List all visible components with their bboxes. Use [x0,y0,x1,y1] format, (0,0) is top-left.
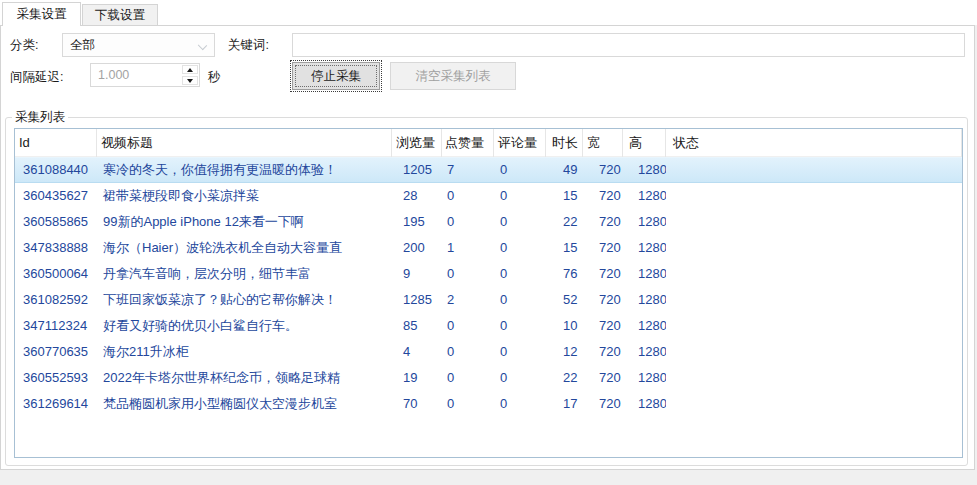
tab-collect-settings[interactable]: 采集设置 [2,2,81,26]
cell-width: 720 [583,313,623,339]
cell-duration: 15 [546,183,583,209]
table-row[interactable]: 360770635 海尔211升冰柜 4 0 0 12 720 1280 [15,339,962,365]
column-header-views[interactable]: 浏览量 [392,129,442,157]
cell-status [666,209,962,235]
table-row[interactable]: 347112324 好看又好骑的优贝小白鲨自行车。 85 0 0 10 720 … [15,313,962,339]
cell-id: 360585865 [15,209,97,235]
cell-id: 360770635 [15,339,97,365]
cell-id: 360552593 [15,365,97,391]
column-header-status[interactable]: 状态 [666,129,962,157]
cell-width: 720 [583,391,623,417]
table-row[interactable]: 361082592 下班回家饭菜凉了？贴心的它帮你解决！ 1285 2 0 52… [15,287,962,313]
cell-comments: 0 [494,287,546,313]
category-select[interactable]: 全部 [62,33,215,57]
cell-height: 1280 [623,261,666,287]
table-row[interactable]: 360585865 99新的Apple iPhone 12来看一下啊 195 0… [15,209,962,235]
cell-likes: 2 [442,287,494,313]
cell-id: 361088440 [15,158,97,182]
cell-id: 347112324 [15,313,97,339]
stop-collect-button[interactable]: 停止采集 [292,62,380,90]
tab-download-settings[interactable]: 下载设置 [82,4,158,25]
cell-title: 下班回家饭菜凉了？贴心的它帮你解决！ [97,287,392,313]
column-header-title[interactable]: 视频标题 [97,129,392,157]
spin-down-button[interactable] [182,76,198,85]
cell-views: 195 [392,209,442,235]
column-header-id[interactable]: Id [15,129,97,157]
cell-title: 梵品椭圆机家用小型椭圆仪太空漫步机室 [97,391,392,417]
cell-width: 720 [583,261,623,287]
table-row[interactable]: 360552593 2022年卡塔尔世界杯纪念币，领略足球精 19 0 0 22… [15,365,962,391]
table-row[interactable]: 361269614 梵品椭圆机家用小型椭圆仪太空漫步机室 70 0 0 17 7… [15,391,962,417]
column-header-height[interactable]: 高 [623,129,666,157]
cell-title: 寒冷的冬天，你值得拥有更温暖的体验！ [97,158,392,182]
cell-views: 4 [392,339,442,365]
cell-views: 19 [392,365,442,391]
cell-likes: 1 [442,235,494,261]
stepper-buttons [181,65,198,85]
column-header-comments[interactable]: 评论量 [494,129,546,157]
cell-title: 海尔（Haier）波轮洗衣机全自动大容量直 [97,235,392,261]
cell-status [666,287,962,313]
list-header: Id 视频标题 浏览量 点赞量 评论量 时长 宽 高 状态 [15,129,962,157]
cell-height: 1280 [623,365,666,391]
cell-duration: 49 [546,158,583,182]
keyword-label: 关键词: [228,37,269,54]
column-header-width[interactable]: 宽 [583,129,623,157]
cell-comments: 0 [494,261,546,287]
cell-duration: 22 [546,209,583,235]
app-window: 采集设置 下载设置 分类: 全部 关键词: 间隔延迟: 秒 停止采集 清空采集列… [0,0,977,485]
cell-duration: 10 [546,313,583,339]
cell-duration: 17 [546,391,583,417]
cell-width: 720 [583,183,623,209]
cell-height: 1280 [623,391,666,417]
seconds-label: 秒 [208,69,221,86]
spin-up-button[interactable] [182,65,198,74]
column-header-duration[interactable]: 时长 [546,129,583,157]
keyword-input[interactable] [292,33,965,57]
cell-width: 720 [583,365,623,391]
table-row[interactable]: 347838888 海尔（Haier）波轮洗衣机全自动大容量直 200 1 0 … [15,235,962,261]
cell-views: 28 [392,183,442,209]
clear-list-button[interactable]: 清空采集列表 [390,62,516,90]
cell-id: 360435627 [15,183,97,209]
cell-height: 1280 [623,183,666,209]
cell-views: 85 [392,313,442,339]
cell-width: 720 [583,287,623,313]
table-row[interactable]: 360500064 丹拿汽车音响，层次分明，细节丰富 9 0 0 76 720 … [15,261,962,287]
cell-views: 1285 [392,287,442,313]
cell-height: 1280 [623,209,666,235]
cell-comments: 0 [494,313,546,339]
delay-input[interactable] [91,64,179,86]
cell-duration: 52 [546,287,583,313]
cell-likes: 0 [442,313,494,339]
cell-id: 361082592 [15,287,97,313]
cell-height: 1280 [623,287,666,313]
cell-title: 丹拿汽车音响，层次分明，细节丰富 [97,261,392,287]
cell-id: 360500064 [15,261,97,287]
cell-views: 200 [392,235,442,261]
cell-width: 720 [583,158,623,182]
cell-status [666,261,962,287]
cell-status [666,365,962,391]
cell-duration: 22 [546,365,583,391]
category-selected-value: 全部 [70,38,95,52]
table-row[interactable]: 361088440 寒冷的冬天，你值得拥有更温暖的体验！ 1205 7 0 49… [15,157,962,183]
cell-title: 海尔211升冰柜 [97,339,392,365]
groupbox-title: 采集列表 [12,109,68,126]
cell-width: 720 [583,339,623,365]
cell-comments: 0 [494,391,546,417]
delay-stepper[interactable] [90,63,200,87]
arrow-down-icon [187,79,193,83]
delay-label: 间隔延迟: [10,69,63,86]
tab-strip: 采集设置 下载设置 [0,0,977,25]
cell-comments: 0 [494,235,546,261]
cell-status [666,183,962,209]
cell-comments: 0 [494,209,546,235]
column-header-likes[interactable]: 点赞量 [442,129,494,157]
table-row[interactable]: 360435627 裙带菜梗段即食小菜凉拌菜 28 0 0 15 720 128… [15,183,962,209]
cell-width: 720 [583,235,623,261]
collect-settings-page: 分类: 全部 关键词: 间隔延迟: 秒 停止采集 清空采集列表 采集列表 Id … [0,25,975,470]
cell-likes: 0 [442,183,494,209]
category-label: 分类: [10,37,38,54]
cell-comments: 0 [494,183,546,209]
